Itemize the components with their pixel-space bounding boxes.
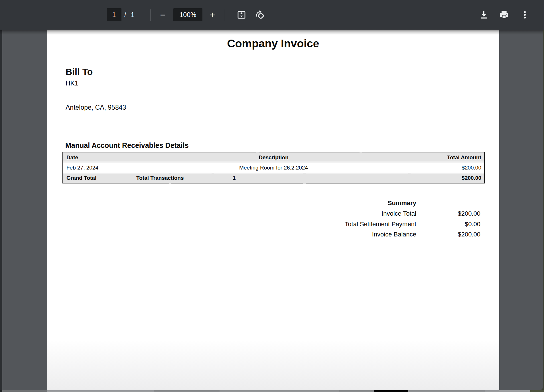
summary-title: Summary	[321, 199, 416, 207]
column-tick	[212, 173, 214, 173]
strip-segment	[47, 390, 154, 392]
column-tick	[408, 173, 411, 173]
strip-segment	[408, 390, 485, 392]
zoom-in-button[interactable]: +	[206, 8, 219, 21]
strip-segment	[2, 390, 47, 392]
strip-segment	[339, 390, 374, 392]
header-description: Description	[124, 152, 423, 162]
column-tick	[169, 173, 171, 173]
more-options-icon	[520, 10, 530, 20]
summary-label: Invoice Total	[321, 209, 416, 218]
toolbar-divider	[150, 9, 151, 21]
column-tick	[169, 183, 171, 183]
summary-label: Total Settlement Payment	[321, 220, 416, 228]
print-button[interactable]	[498, 8, 511, 21]
header-date: Date	[63, 152, 124, 162]
grand-total-row: Grand Total Total Transactions 1 $200.00	[63, 173, 484, 183]
viewer-left-edge	[0, 30, 2, 390]
summary-label: Invoice Balance	[321, 230, 416, 239]
bill-to-address: Antelope, CA, 95843	[66, 104, 126, 111]
download-icon	[479, 10, 489, 20]
pdf-page[interactable]: Company Invoice Bill To HK1 Antelope, CA…	[47, 30, 499, 390]
page-separator: /	[124, 11, 126, 19]
table-header-row: Date Description Total Amount	[63, 152, 484, 162]
strip-segment	[374, 390, 408, 392]
page-count: / 1	[124, 11, 134, 19]
summary-row: Invoice Balance $200.00	[321, 230, 480, 239]
rotate-counterclockwise-icon	[255, 10, 265, 20]
strip-segment	[154, 390, 220, 392]
grand-total-label: Grand Total	[66, 173, 96, 183]
viewer-background[interactable]: Company Invoice Bill To HK1 Antelope, CA…	[0, 30, 543, 390]
print-icon	[499, 9, 510, 20]
minus-icon: −	[160, 10, 165, 20]
strip-segment	[0, 390, 2, 392]
toolbar-divider	[225, 9, 225, 21]
summary-header-row: Summary	[321, 199, 480, 207]
summary-value: $200.00	[416, 230, 480, 239]
zoom-out-button[interactable]: −	[156, 8, 169, 21]
fit-to-page-icon	[237, 10, 246, 20]
total-transactions-value: 1	[233, 173, 236, 183]
column-tick	[303, 173, 306, 173]
bill-to-heading: Bill To	[66, 67, 93, 77]
grand-total-amount: $200.00	[462, 173, 481, 183]
fit-to-page-button[interactable]	[235, 8, 248, 21]
cell-amount: $200.00	[423, 162, 484, 173]
pdf-viewer-area: Company Invoice Bill To HK1 Antelope, CA…	[0, 30, 544, 390]
summary-spacer	[416, 199, 480, 207]
total-transactions-label: Total Transactions	[136, 173, 184, 183]
summary-value: $200.00	[416, 209, 480, 218]
strip-segment	[220, 390, 339, 392]
plus-icon: +	[210, 10, 215, 20]
strip-segment	[530, 390, 544, 392]
summary-row: Invoice Total $200.00	[321, 209, 480, 218]
pdf-toolbar: 1 / 1 − 100% +	[0, 0, 544, 30]
strip-segment	[485, 390, 530, 392]
cell-description: Meeting Room for 26.2.2024	[124, 162, 423, 173]
rotate-button[interactable]	[253, 8, 267, 21]
download-button[interactable]	[477, 8, 490, 21]
more-options-button[interactable]	[518, 8, 531, 21]
bill-to-name: HK1	[66, 79, 78, 87]
invoice-title: Company Invoice	[47, 37, 499, 50]
summary-row: Total Settlement Payment $0.00	[321, 220, 480, 228]
column-tick	[360, 152, 362, 152]
header-total-amount: Total Amount	[423, 152, 484, 162]
summary-value: $0.00	[416, 220, 480, 228]
taskbar-edge-strip	[0, 390, 544, 392]
column-tick	[303, 183, 306, 183]
cell-date: Feb 27, 2024	[63, 162, 124, 173]
receivables-section-title: Manual Account Receivables Details	[65, 141, 189, 150]
zoom-level-input[interactable]: 100%	[173, 8, 202, 21]
table-row: Feb 27, 2024 Meeting Room for 26.2.2024 …	[63, 162, 484, 173]
receivables-table: Date Description Total Amount Feb 27, 20…	[62, 152, 485, 183]
column-tick	[256, 152, 259, 152]
page-total: 1	[131, 11, 134, 19]
page-number-input[interactable]: 1	[107, 8, 121, 21]
